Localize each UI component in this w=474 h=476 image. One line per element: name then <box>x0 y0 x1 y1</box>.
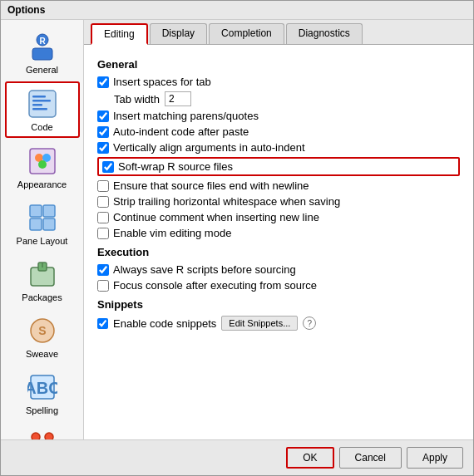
svg-point-11 <box>38 160 47 169</box>
enable-snippets-checkbox[interactable] <box>97 318 108 329</box>
sidebar-appearance-label: Appearance <box>17 179 67 189</box>
svg-rect-7 <box>32 108 47 110</box>
general-icon: R <box>26 30 59 63</box>
soft-wrap-label: Soft-wrap R source files <box>118 160 233 173</box>
tab-width-label: Tab width <box>114 93 160 106</box>
spelling-icon: ABC <box>26 370 59 404</box>
tab-display[interactable]: Display <box>150 23 207 44</box>
svg-rect-13 <box>43 205 55 217</box>
svg-text:ABC: ABC <box>27 379 57 397</box>
general-section-title: General <box>97 58 460 71</box>
insert-matching-checkbox[interactable] <box>97 110 109 122</box>
tab-editing[interactable]: Editing <box>91 23 148 45</box>
enable-snippets-label: Enable code snippets <box>113 317 216 330</box>
appearance-icon <box>26 145 59 178</box>
sidebar-item-pane-layout[interactable]: Pane Layout <box>5 196 80 251</box>
footer: OK Cancel Apply <box>1 439 473 475</box>
execution-section-title: Execution <box>97 246 460 258</box>
apply-button[interactable]: Apply <box>407 447 463 469</box>
always-save-row: Always save R scripts before sourcing <box>97 263 460 276</box>
continue-comment-checkbox[interactable] <box>97 212 109 223</box>
soft-wrap-checkbox[interactable] <box>102 161 114 173</box>
ensure-newline-row: Ensure that source files end with newlin… <box>97 179 460 192</box>
sidebar-item-sweave[interactable]: S Sweave <box>5 309 80 364</box>
insert-spaces-checkbox[interactable] <box>97 76 109 88</box>
svg-rect-4 <box>32 96 46 98</box>
sidebar-item-git-svn[interactable]: Git/SVN <box>5 422 80 439</box>
window-body: R General Code <box>1 20 473 439</box>
svg-rect-12 <box>30 205 42 217</box>
sidebar-item-general[interactable]: R General <box>5 25 80 80</box>
ok-button[interactable]: OK <box>286 447 333 469</box>
focus-console-row: Focus console after executing from sourc… <box>97 279 460 292</box>
help-icon[interactable]: ? <box>303 317 316 330</box>
tab-completion[interactable]: Completion <box>209 23 284 44</box>
insert-spaces-label: Insert spaces for tab <box>113 76 211 88</box>
vertically-align-label: Vertically align arguments in auto-inden… <box>113 141 305 154</box>
svg-rect-1 <box>32 48 52 60</box>
tab-diagnostics[interactable]: Diagnostics <box>286 23 363 44</box>
always-save-label: Always save R scripts before sourcing <box>113 263 296 276</box>
pane-layout-icon <box>26 201 59 234</box>
code-icon <box>26 87 59 120</box>
tab-bar: Editing Display Completion Diagnostics <box>84 20 473 45</box>
insert-matching-label: Insert matching parens/quotes <box>113 110 259 122</box>
svg-point-24 <box>45 433 53 439</box>
sidebar-item-packages[interactable]: Packages <box>5 253 80 307</box>
svg-rect-5 <box>32 100 51 102</box>
svg-point-23 <box>32 433 40 439</box>
settings-panel: General Insert spaces for tab Tab width … <box>84 45 473 439</box>
snippets-row: Enable code snippets Edit Snippets... ? <box>97 316 460 331</box>
main-content: Editing Display Completion Diagnostics G… <box>84 20 473 439</box>
svg-text:R: R <box>39 37 46 46</box>
window-title: Options <box>7 4 45 16</box>
sidebar: R General Code <box>1 20 84 439</box>
svg-rect-3 <box>29 91 56 117</box>
strip-whitespace-label: Strip trailing horizontal whitespace whe… <box>113 195 340 208</box>
snippets-section-title: Snippets <box>97 298 460 311</box>
svg-rect-15 <box>43 218 55 230</box>
sidebar-general-label: General <box>26 65 58 75</box>
sidebar-code-label: Code <box>31 122 52 132</box>
sidebar-packages-label: Packages <box>22 292 62 302</box>
svg-text:S: S <box>38 324 46 337</box>
vertically-align-row: Vertically align arguments in auto-inden… <box>97 141 460 154</box>
sidebar-pane-layout-label: Pane Layout <box>17 236 68 246</box>
auto-indent-row: Auto-indent code after paste <box>97 125 460 138</box>
sidebar-sweave-label: Sweave <box>26 349 58 359</box>
sidebar-item-appearance[interactable]: Appearance <box>5 140 80 194</box>
sidebar-item-code[interactable]: Code <box>5 81 80 138</box>
auto-indent-checkbox[interactable] <box>97 126 109 138</box>
ensure-newline-checkbox[interactable] <box>97 180 109 192</box>
insert-matching-row: Insert matching parens/quotes <box>97 110 460 122</box>
svg-rect-14 <box>30 218 42 230</box>
git-svn-icon <box>26 427 59 439</box>
vim-editing-row: Enable vim editing mode <box>97 227 460 239</box>
vim-editing-label: Enable vim editing mode <box>113 227 231 239</box>
vim-editing-checkbox[interactable] <box>97 228 109 239</box>
focus-console-checkbox[interactable] <box>97 280 109 292</box>
edit-snippets-button[interactable]: Edit Snippets... <box>221 316 298 331</box>
ensure-newline-label: Ensure that source files end with newlin… <box>113 179 309 192</box>
soft-wrap-row: Soft-wrap R source files <box>97 157 460 176</box>
cancel-button[interactable]: Cancel <box>339 447 402 469</box>
always-save-checkbox[interactable] <box>97 264 109 276</box>
title-bar: Options <box>1 1 473 20</box>
continue-comment-label: Continue comment when inserting new line <box>113 211 319 223</box>
focus-console-label: Focus console after executing from sourc… <box>113 279 317 292</box>
auto-indent-label: Auto-indent code after paste <box>113 125 249 138</box>
sidebar-item-spelling[interactable]: ABC Spelling <box>5 366 80 420</box>
packages-icon <box>26 258 59 291</box>
continue-comment-row: Continue comment when inserting new line <box>97 211 460 223</box>
vertically-align-checkbox[interactable] <box>97 142 109 154</box>
tab-width-row: Tab width <box>114 91 460 106</box>
strip-whitespace-checkbox[interactable] <box>97 196 109 208</box>
insert-spaces-row: Insert spaces for tab <box>97 76 460 88</box>
sidebar-spelling-label: Spelling <box>26 405 58 415</box>
svg-rect-6 <box>32 104 42 106</box>
tab-width-input[interactable] <box>165 91 191 106</box>
strip-whitespace-row: Strip trailing horizontal whitespace whe… <box>97 195 460 208</box>
sweave-icon: S <box>26 314 59 347</box>
options-window: Options R General <box>0 0 474 476</box>
